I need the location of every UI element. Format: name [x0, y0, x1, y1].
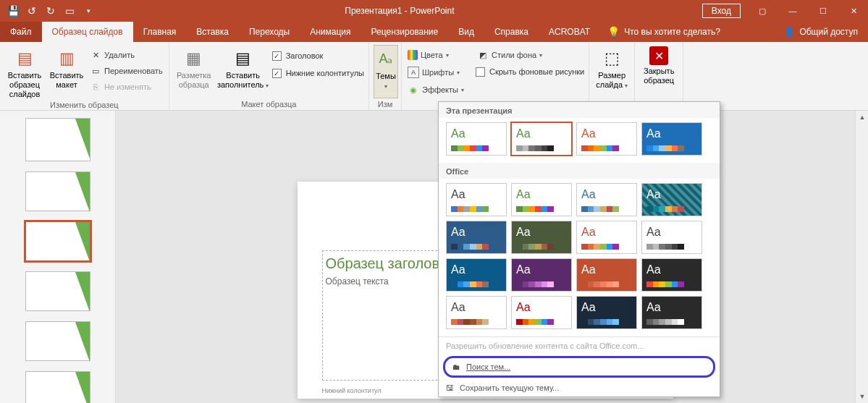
- tab-help[interactable]: Справка: [484, 22, 539, 42]
- tab-file[interactable]: Файл: [0, 22, 42, 42]
- slide-size-button[interactable]: ⬚ Размер слайда ▾: [594, 45, 630, 98]
- theme-thumbnail[interactable]: Aa: [446, 122, 507, 156]
- layout-thumbnail[interactable]: [25, 371, 90, 403]
- title-checkbox[interactable]: Заголовок: [272, 49, 364, 62]
- scroll-up-icon[interactable]: ▲: [856, 111, 868, 124]
- tab-transitions[interactable]: Переходы: [239, 22, 300, 42]
- scroll-down-icon[interactable]: ▼: [856, 390, 868, 403]
- theme-thumbnail[interactable]: Aa: [446, 183, 507, 216]
- enable-online-content[interactable]: Разрешить обновление контента с сайта Of…: [439, 337, 720, 355]
- theme-swatch: [516, 244, 554, 250]
- theme-sample-text: Aa: [451, 226, 465, 239]
- layout-thumbnail[interactable]: [25, 171, 90, 211]
- save-current-theme-button[interactable]: 🖫 Сохранить текущую тему...: [439, 379, 720, 396]
- signin-button[interactable]: Вход: [702, 4, 741, 18]
- close-master-button[interactable]: ✕ Закрыть образец: [639, 45, 678, 98]
- footers-checkbox[interactable]: Нижние колонтитулы: [272, 67, 364, 80]
- redo-icon[interactable]: ↻: [42, 2, 59, 20]
- theme-thumbnail[interactable]: Aa: [511, 296, 572, 329]
- theme-thumbnail[interactable]: Aa: [641, 183, 702, 216]
- delete-button[interactable]: ✕Удалить: [88, 48, 164, 62]
- layout-thumbnail[interactable]: [25, 321, 90, 361]
- tab-slide-master[interactable]: Образец слайдов: [42, 22, 133, 42]
- slide-master-icon: ▤: [13, 46, 36, 69]
- close-button[interactable]: ✕: [839, 0, 868, 22]
- theme-thumbnail[interactable]: Aa: [511, 258, 572, 292]
- master-layout-icon: ▦: [182, 46, 206, 69]
- theme-thumbnail[interactable]: Aa: [446, 258, 507, 292]
- themes-label: Темы: [376, 72, 396, 80]
- hide-bg-checkbox[interactable]: Скрыть фоновые рисунки: [476, 65, 584, 78]
- theme-sample-text: Aa: [451, 188, 465, 201]
- theme-thumbnail[interactable]: Aa: [446, 221, 507, 254]
- theme-thumbnail[interactable]: Aa: [576, 258, 637, 292]
- theme-swatch: [516, 145, 554, 151]
- theme-thumbnail[interactable]: Aa: [511, 221, 572, 254]
- rename-button[interactable]: ▭Переименовать: [88, 64, 164, 78]
- share-label: Общий доступ: [799, 27, 858, 37]
- insert-placeholder-label: Вставить заполнитель: [217, 71, 264, 89]
- ribbon: ▤ Вставить образец слайдов ▥ Вставить ма…: [0, 42, 868, 111]
- save-icon[interactable]: 💾: [4, 2, 22, 20]
- vertical-scrollbar[interactable]: ▲ ▼: [855, 111, 868, 403]
- themes-button[interactable]: Aₐ Темы▾: [374, 45, 398, 98]
- theme-thumbnail[interactable]: Aa: [641, 296, 702, 329]
- theme-swatch: [581, 281, 619, 287]
- theme-thumbnail[interactable]: Aa: [511, 122, 572, 156]
- theme-swatch: [451, 244, 489, 250]
- qat-customize-icon[interactable]: ▾: [80, 2, 97, 20]
- theme-thumbnail[interactable]: Aa: [576, 122, 637, 156]
- chevron-down-icon: ▾: [625, 82, 628, 89]
- start-slideshow-icon[interactable]: ▭: [61, 2, 78, 20]
- chevron-down-icon: ▾: [539, 52, 542, 59]
- master-layout-button[interactable]: ▦ Разметка образца: [174, 45, 214, 98]
- gallery-section-this-presentation: Эта презентация: [439, 102, 720, 118]
- tab-insert[interactable]: Вставка: [186, 22, 239, 42]
- theme-thumbnail[interactable]: Aa: [641, 221, 702, 254]
- master-thumbnail[interactable]: [25, 118, 90, 161]
- theme-sample-text: Aa: [451, 127, 465, 140]
- theme-sample-text: Aa: [646, 226, 661, 239]
- preserve-button[interactable]: ⎘Не изменять: [88, 80, 164, 94]
- theme-thumbnail[interactable]: Aa: [576, 296, 637, 329]
- maximize-button[interactable]: ☐: [809, 0, 838, 22]
- share-button[interactable]: 👤 Общий доступ: [774, 22, 868, 42]
- layout-thumbnail[interactable]: [25, 221, 90, 261]
- theme-thumbnail[interactable]: Aa: [446, 296, 507, 329]
- group-edit-master: ▤ Вставить образец слайдов ▥ Вставить ма…: [0, 42, 169, 110]
- theme-thumbnail[interactable]: Aa: [641, 122, 702, 156]
- theme-thumbnail[interactable]: Aa: [511, 183, 572, 216]
- tab-animations[interactable]: Анимация: [300, 22, 361, 42]
- theme-sample-text: Aa: [646, 263, 661, 276]
- effects-button[interactable]: ◉Эффекты ▾: [406, 82, 465, 97]
- tab-view[interactable]: Вид: [448, 22, 484, 42]
- tab-home[interactable]: Главная: [133, 22, 187, 42]
- tell-me-search[interactable]: 💡 Что вы хотите сделать?: [607, 22, 720, 42]
- bg-styles-button[interactable]: ◩Стили фона ▾: [476, 48, 584, 62]
- insert-layout-button[interactable]: ▥ Вставить макет: [48, 45, 85, 99]
- browse-themes-button[interactable]: 🖿 Поиск тем...: [443, 356, 715, 378]
- tab-acrobat[interactable]: ACROBAT: [539, 22, 600, 42]
- chevron-down-icon: ▾: [384, 83, 387, 90]
- footer-placeholder[interactable]: Нижний колонтитул: [322, 387, 382, 394]
- theme-sample-text: Aa: [646, 188, 661, 201]
- theme-thumbnail[interactable]: Aa: [576, 221, 637, 254]
- thumbnail-panel[interactable]: [0, 111, 116, 403]
- undo-icon[interactable]: ↺: [23, 2, 41, 20]
- theme-sample-text: Aa: [581, 127, 596, 140]
- browse-icon: 🖿: [452, 362, 460, 371]
- theme-thumbnail[interactable]: Aa: [641, 258, 702, 292]
- insert-placeholder-button[interactable]: ▤ Вставить заполнитель ▾: [217, 45, 269, 98]
- layout-thumbnail[interactable]: [25, 271, 90, 311]
- fonts-button[interactable]: AШрифты ▾: [406, 65, 465, 80]
- insert-slide-master-button[interactable]: ▤ Вставить образец слайдов: [4, 45, 45, 99]
- minimize-button[interactable]: —: [778, 0, 807, 22]
- colors-button[interactable]: Цвета ▾: [406, 48, 465, 62]
- tab-review[interactable]: Рецензирование: [361, 22, 449, 42]
- chevron-down-icon: ▾: [457, 69, 460, 76]
- theme-thumbnail[interactable]: Aa: [576, 183, 637, 216]
- theme-swatch: [516, 281, 554, 287]
- themes-gallery: Эта презентация AaAaAaAa Office AaAaAaAa…: [438, 101, 720, 397]
- ribbon-display-icon[interactable]: ▢: [748, 0, 777, 22]
- master-layout-label: Разметка образца: [174, 71, 214, 90]
